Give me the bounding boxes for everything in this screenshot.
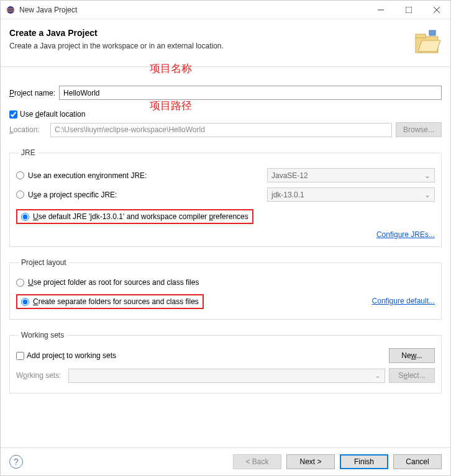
- project-layout-legend: Project layout: [19, 258, 69, 267]
- header-description: Create a Java project in the workspace o…: [9, 42, 412, 50]
- window-title: New Java Project: [19, 6, 367, 14]
- back-button: < Back: [233, 454, 281, 469]
- configure-default-link[interactable]: Configure default...: [372, 297, 435, 305]
- exec-env-radio[interactable]: [16, 171, 24, 179]
- working-sets-label: Working sets:: [16, 371, 68, 380]
- project-name-label: Project name:: [9, 89, 55, 97]
- folder-wizard-icon: [412, 28, 442, 58]
- separate-folders-highlight: Create separate folders for sources and …: [16, 294, 204, 309]
- annotation-name: 项目名称: [150, 61, 192, 76]
- working-sets-combo: [68, 369, 385, 383]
- close-button[interactable]: [422, 1, 450, 19]
- project-layout-group: Project layout Use project folder as roo…: [9, 258, 442, 320]
- new-working-set-button[interactable]: New...: [389, 348, 435, 363]
- exec-env-label: Use an execution environment JRE:: [28, 171, 267, 180]
- default-jre-label: Use default JRE 'jdk-13.0.1' and workspa…: [33, 212, 248, 221]
- working-sets-legend: Working sets: [19, 331, 66, 339]
- annotation-path: 项目路径: [150, 99, 192, 113]
- browse-button: Browse...: [396, 122, 442, 137]
- jre-legend: JRE: [19, 148, 38, 157]
- separate-folders-label: Create separate folders for sources and …: [33, 297, 199, 306]
- wizard-header: Create a Java Project Create a Java proj…: [1, 19, 450, 67]
- wizard-footer: ? < Back Next > Finish Cancel: [1, 447, 450, 475]
- location-input: [50, 123, 392, 137]
- minimize-button[interactable]: [367, 1, 394, 19]
- configure-jres-link[interactable]: Configure JREs...: [376, 230, 435, 239]
- svg-rect-8: [429, 30, 435, 35]
- location-label: Location:: [9, 125, 47, 134]
- default-jre-radio[interactable]: [21, 213, 29, 221]
- finish-button[interactable]: Finish: [340, 454, 388, 469]
- use-default-location-label: Use default location: [20, 110, 85, 119]
- project-name-input[interactable]: [59, 86, 442, 100]
- svg-rect-3: [406, 7, 412, 13]
- next-button[interactable]: Next >: [286, 454, 335, 469]
- exec-env-combo: JavaSE-12: [267, 168, 435, 182]
- select-working-sets-button: Select...: [389, 368, 435, 383]
- root-folder-label: Use project folder as root for sources a…: [28, 278, 199, 287]
- project-jre-radio[interactable]: [16, 191, 24, 199]
- project-jre-combo: jdk-13.0.1: [267, 187, 435, 202]
- eclipse-icon: [6, 5, 16, 15]
- add-working-sets-label: Add project to working sets: [27, 351, 389, 360]
- maximize-button[interactable]: [394, 1, 422, 19]
- project-jre-label: Use a project specific JRE:: [28, 191, 267, 199]
- jre-group: JRE Use an execution environment JRE: Ja…: [9, 148, 442, 247]
- separate-folders-radio[interactable]: [21, 298, 29, 306]
- svg-rect-7: [416, 34, 426, 38]
- header-title: Create a Java Project: [9, 28, 412, 38]
- root-folder-radio[interactable]: [16, 279, 24, 287]
- help-icon[interactable]: ?: [9, 455, 23, 469]
- svg-point-0: [7, 6, 14, 14]
- working-sets-group: Working sets Add project to working sets…: [9, 331, 442, 393]
- add-working-sets-checkbox[interactable]: [16, 352, 24, 360]
- use-default-location-checkbox[interactable]: [9, 110, 17, 119]
- title-bar: New Java Project: [1, 1, 450, 19]
- cancel-button[interactable]: Cancel: [393, 454, 442, 469]
- default-jre-highlight: Use default JRE 'jdk-13.0.1' and workspa…: [16, 209, 253, 224]
